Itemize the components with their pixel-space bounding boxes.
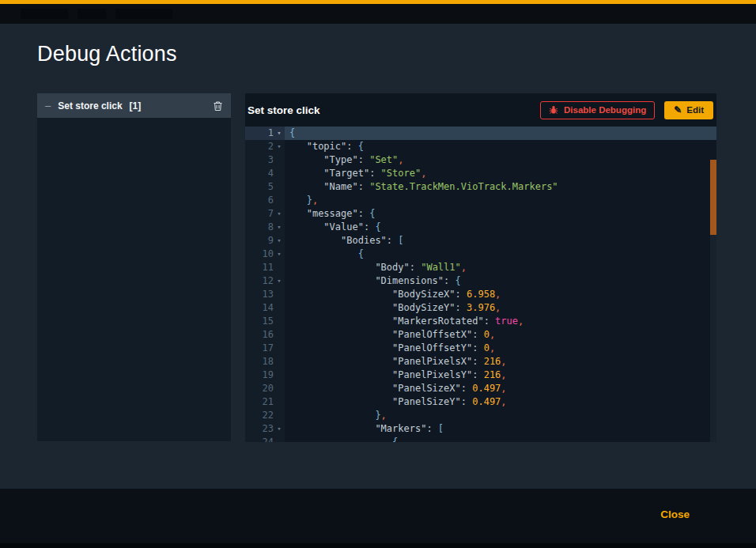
code-text: { [285, 127, 716, 140]
code-token: "PanelSizeX" [392, 383, 461, 394]
code-text: "PanelPixelsY": 216, [285, 368, 716, 382]
code-token: : [426, 423, 437, 434]
code-line[interactable]: 8▾ "Value": { [245, 221, 716, 234]
code-token [289, 329, 392, 340]
line-number: 15 [245, 315, 274, 328]
code-token: 6.958 [467, 289, 495, 300]
code-line[interactable]: 11 "Body": "Wall1", [245, 261, 716, 274]
line-number: 3 [245, 153, 274, 167]
code-line[interactable]: 22 }, [245, 409, 716, 422]
code-token: [ [438, 423, 444, 434]
code-token: , [495, 302, 501, 313]
code-line[interactable]: 10▾ { [245, 248, 716, 261]
code-line[interactable]: 17 "PanelOffsetY": 0, [245, 342, 716, 355]
fold-toggle-icon[interactable]: ▾ [274, 127, 285, 140]
code-line[interactable]: 19 "PanelPixelsY": 216, [245, 368, 716, 382]
fold-toggle-icon[interactable]: ▾ [274, 248, 285, 261]
fold-spacer [274, 355, 285, 368]
code-token: { [392, 437, 398, 442]
code-line[interactable]: 18 "PanelPixelsX": 216, [245, 355, 716, 368]
debug-actions-dialog: Debug Actions – Set store click [1] Se [0, 0, 756, 548]
code-line[interactable]: 3 "Type": "Set", [245, 153, 716, 167]
code-token: : [358, 154, 369, 165]
code-line[interactable]: 1▾{ [245, 127, 716, 140]
bottom-edge [0, 543, 756, 548]
fold-spacer [274, 180, 285, 194]
detail-header: Set store click [245, 93, 716, 127]
code-line[interactable]: 21 "PanelSizeY": 0.497, [245, 395, 716, 409]
fold-toggle-icon[interactable]: ▾ [274, 274, 285, 288]
pencil-icon: ✎ [674, 105, 682, 115]
code-text: "Target": "Store", [285, 167, 716, 180]
code-token: : [410, 262, 421, 273]
code-text: }, [285, 409, 716, 422]
code-token: "PanelOffsetY" [392, 342, 472, 353]
code-line[interactable]: 23▾ "Markers": [ [245, 422, 716, 436]
app-bar [0, 4, 756, 24]
code-token [289, 356, 392, 367]
code-token [289, 235, 341, 246]
code-token: , [490, 342, 495, 353]
code-token [289, 248, 358, 259]
code-line[interactable]: 20 "PanelSizeX": 0.497, [245, 382, 716, 395]
scrollbar-track[interactable] [710, 160, 716, 442]
fold-toggle-icon[interactable]: ▾ [274, 234, 285, 248]
code-line[interactable]: 5 "Name": "State.TrackMen.VioTrack.Marke… [245, 180, 716, 194]
code-text: { [285, 436, 716, 442]
code-token [289, 289, 392, 300]
code-text: "Bodies": [ [285, 234, 716, 248]
code-token: "Type" [323, 154, 357, 165]
bug-icon [549, 105, 558, 115]
code-text: "Type": "Set", [285, 153, 716, 167]
action-list-item[interactable]: – Set store click [1] [37, 93, 231, 118]
fold-toggle-icon[interactable]: ▾ [274, 221, 285, 234]
code-line[interactable]: 2▾ "topic": { [245, 140, 716, 153]
collapse-icon[interactable]: – [45, 100, 51, 111]
code-text: "topic": { [285, 140, 716, 153]
code-token: : [461, 383, 472, 394]
edit-label: Edit [686, 105, 704, 115]
line-number: 22 [245, 409, 274, 422]
code-token [289, 383, 392, 394]
code-line[interactable]: 4 "Target": "Store", [245, 167, 716, 180]
code-token [289, 316, 392, 327]
code-line[interactable]: 15 "MarkersRotated": true, [245, 315, 716, 328]
fold-spacer [274, 315, 285, 328]
line-number: 24 [245, 436, 274, 442]
line-number: 23 [245, 422, 274, 436]
line-number: 19 [245, 368, 274, 382]
app-bar-decoration [115, 9, 172, 19]
scrollbar-thumb[interactable] [710, 160, 716, 235]
code-token: : [346, 141, 357, 152]
code-line[interactable]: 9▾ "Bodies": [ [245, 234, 716, 248]
line-number: 13 [245, 288, 274, 301]
code-text: "Value": { [285, 221, 716, 234]
code-line[interactable]: 6 }, [245, 194, 716, 207]
close-button[interactable]: Close [660, 508, 690, 520]
code-token: { [358, 141, 364, 152]
code-token: true [495, 316, 518, 327]
code-line[interactable]: 14 "BodySizeY": 3.976, [245, 301, 716, 315]
code-token: "Target" [323, 168, 369, 179]
code-line[interactable]: 12▾ "Dimensions": { [245, 274, 716, 288]
code-token: "Name" [323, 181, 357, 192]
disable-debugging-button[interactable]: Disable Debugging [540, 101, 655, 119]
code-token: "Value" [323, 221, 364, 232]
line-number: 9 [245, 234, 274, 248]
code-token [289, 275, 375, 286]
fold-spacer [274, 194, 285, 207]
fold-toggle-icon[interactable]: ▾ [274, 207, 285, 221]
code-text: "Body": "Wall1", [285, 261, 716, 274]
code-line[interactable]: 16 "PanelOffsetX": 0, [245, 328, 716, 342]
code-line[interactable]: 13 "BodySizeX": 6.958, [245, 288, 716, 301]
delete-action-button[interactable] [213, 100, 223, 111]
code-line[interactable]: 7▾ "message": { [245, 207, 716, 221]
code-text: "Markers": [ [285, 422, 716, 436]
code-line[interactable]: 24 { [245, 436, 716, 442]
fold-toggle-icon[interactable]: ▾ [274, 140, 285, 153]
edit-button[interactable]: ✎ Edit [664, 101, 713, 119]
code-token: , [501, 396, 506, 407]
code-token: { [289, 127, 295, 138]
json-editor[interactable]: 1▾{2▾ "topic": {3 "Type": "Set",4 "Targe… [245, 127, 716, 442]
fold-toggle-icon[interactable]: ▾ [274, 422, 285, 436]
